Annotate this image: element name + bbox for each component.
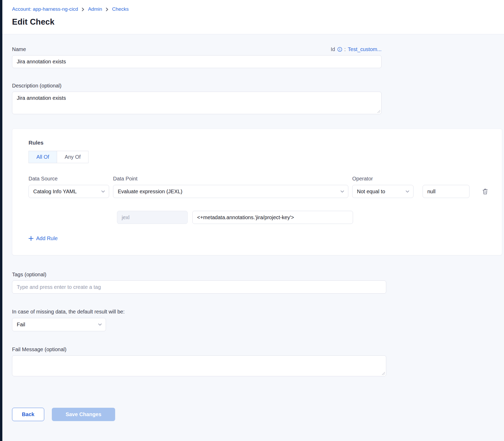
data-point-select[interactable]: Evaluate expression (JEXL) — [113, 185, 348, 198]
rules-heading: Rules — [29, 140, 502, 146]
plus-icon — [29, 236, 33, 241]
jexl-prefix-input[interactable] — [117, 211, 188, 224]
breadcrumb-chevron-icon — [81, 7, 85, 12]
id-label: Id — [331, 46, 335, 52]
operator-select[interactable]: Not equal to — [352, 185, 413, 198]
jexl-row — [117, 211, 502, 224]
operator-label: Operator — [352, 176, 413, 182]
chevron-down-icon — [98, 323, 102, 326]
data-source-value: Catalog Info YAML — [33, 189, 77, 195]
add-rule-button[interactable]: Add Rule — [29, 235, 58, 241]
rules-card: Rules All Of Any Of Data Source Data Poi… — [12, 129, 502, 255]
fail-message-section: Fail Message (optional) — [12, 346, 504, 376]
rules-mode-toggle: All Of Any Of — [29, 151, 88, 163]
add-rule-label: Add Rule — [36, 235, 58, 241]
any-of-toggle[interactable]: Any Of — [57, 151, 88, 163]
name-id-row: Name Id : Test_custom... — [12, 46, 382, 52]
back-button[interactable]: Back — [12, 408, 44, 421]
rule-row: Catalog Info YAML Evaluate expression (J… — [29, 185, 502, 198]
delete-rule-button[interactable] — [481, 186, 490, 197]
fail-message-label: Fail Message (optional) — [12, 346, 504, 352]
operator-value: Not equal to — [357, 189, 385, 195]
rule-column-labels: Data Source Data Point Operator — [29, 176, 502, 182]
description-label: Description (optional) — [12, 83, 504, 89]
id-separator: : — [344, 46, 346, 52]
chevron-down-icon — [340, 190, 344, 193]
data-source-select[interactable]: Catalog Info YAML — [29, 185, 109, 198]
chevron-down-icon — [406, 190, 409, 193]
data-source-label: Data Source — [29, 176, 113, 182]
breadcrumb-checks-link[interactable]: Checks — [112, 6, 128, 12]
save-changes-button[interactable]: Save Changes — [52, 408, 115, 421]
jexl-expression-input[interactable] — [192, 211, 353, 224]
trash-icon — [482, 188, 489, 195]
edit-check-form: Name Id : Test_custom... Description (op… — [0, 34, 504, 421]
breadcrumb-chevron-icon — [105, 7, 109, 12]
breadcrumb-account-link[interactable]: Account: app-harness-ng-cicd — [12, 6, 78, 12]
chevron-down-icon — [101, 190, 105, 193]
id-info-icon[interactable] — [337, 47, 342, 52]
name-label: Name — [12, 46, 26, 52]
default-result-select[interactable]: Fail — [12, 318, 106, 331]
data-point-label: Data Point — [113, 176, 352, 182]
description-textarea[interactable]: Jira annotation exists — [12, 92, 382, 114]
all-of-toggle[interactable]: All Of — [29, 151, 57, 163]
name-input[interactable] — [12, 55, 382, 68]
collapsed-sidebar-rail — [0, 0, 2, 441]
data-point-value: Evaluate expression (JEXL) — [118, 189, 182, 195]
page-header: Account: app-harness-ng-cicd Admin Check… — [0, 0, 504, 34]
comparison-value-input[interactable] — [423, 185, 469, 198]
check-id: Id : Test_custom... — [331, 46, 382, 52]
missing-data-label: In case of missing data, the default res… — [12, 309, 504, 315]
tags-input[interactable] — [12, 280, 386, 294]
tags-label: Tags (optional) — [12, 272, 504, 278]
page-title: Edit Check — [12, 17, 504, 27]
description-section: Description (optional) Jira annotation e… — [12, 83, 504, 114]
breadcrumb-admin-link[interactable]: Admin — [88, 6, 102, 12]
default-result-value: Fail — [17, 322, 25, 328]
breadcrumb: Account: app-harness-ng-cicd Admin Check… — [12, 6, 504, 12]
fail-message-textarea[interactable] — [12, 355, 386, 376]
missing-data-section: In case of missing data, the default res… — [12, 309, 504, 331]
id-value-link[interactable]: Test_custom... — [348, 46, 382, 52]
tags-section: Tags (optional) — [12, 272, 504, 294]
form-actions: Back Save Changes — [12, 408, 504, 421]
